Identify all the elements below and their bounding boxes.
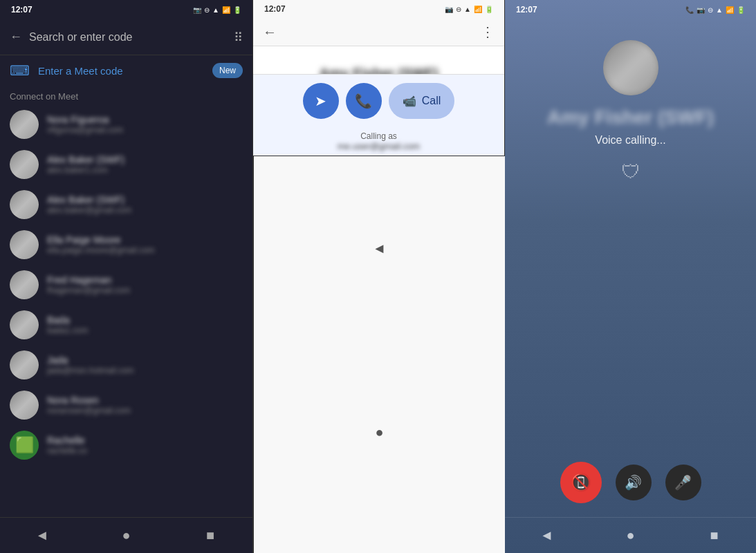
contact-name: Bada: [47, 315, 243, 326]
back-button[interactable]: ←: [263, 24, 277, 40]
home-nav-button-r[interactable]: ●: [617, 522, 645, 550]
wifi-icon-r: ▲: [716, 6, 723, 14]
wifi-icon: ▲: [212, 6, 219, 14]
contact-name: Alex Baker (SWF): [47, 154, 243, 165]
contact-email: nfiguroa@gmail.com: [47, 125, 243, 135]
contact-info: Fred Hageman fhageman@gmail.com: [47, 274, 243, 295]
circle-icon: ⊖: [204, 6, 210, 14]
chat-panel: 12:07 📷 ⊖ ▲ 📶 🔋 ← ⋮ Amy Fisher (SWF) amy…: [252, 0, 505, 553]
back-nav-button[interactable]: ◄: [28, 522, 56, 550]
chat-contact-name: Amy Fisher (SWF): [319, 66, 438, 74]
list-item[interactable]: Nora Rosen norarosen@gmail.com: [0, 385, 252, 425]
camera-icon: 📷: [193, 6, 201, 14]
contact-name: Ella Paige Moore: [47, 234, 243, 245]
avatar: [10, 350, 39, 379]
wifi-icon-m: ▲: [464, 6, 471, 13]
phone-call-icon: 📞: [685, 6, 694, 14]
contact-info: Alex Baker (SWF) alex.baker@gmail.com: [47, 194, 243, 215]
bottom-nav-right: ◄ ● ■: [505, 517, 756, 553]
contact-name: Alex Baker (SWF): [47, 194, 243, 205]
list-item[interactable]: Bada bada1.com: [0, 305, 252, 345]
signal-icon-r: 📶: [726, 6, 734, 14]
time-right: 12:07: [516, 5, 537, 15]
meet-code-row[interactable]: ⌨ Enter a Meet code New: [0, 55, 252, 86]
time-middle: 12:07: [264, 4, 286, 14]
status-bar-middle: 12:07 📷 ⊖ ▲ 📶 🔋: [253, 0, 504, 18]
circle-icon-r: ⊖: [708, 6, 713, 14]
contact-info: Nora Rosen norarosen@gmail.com: [47, 395, 243, 415]
contact-email: ella.paige.moore@gmail.com: [47, 245, 243, 255]
contact-list: Nora Figueroa nfiguroa@gmail.com Alex Ba…: [0, 104, 252, 517]
voice-message-button[interactable]: 📞: [346, 83, 382, 119]
call-contact-avatar: [603, 40, 658, 95]
calling-as-name: me.user@gmail.com: [257, 141, 500, 151]
contact-email: alex.baker@gmail.com: [47, 205, 243, 215]
avatar: [10, 150, 39, 179]
meet-code-label: Enter a Meet code: [38, 65, 212, 77]
recents-nav-button[interactable]: ■: [196, 522, 224, 550]
list-item[interactable]: Nora Figueroa nfiguroa@gmail.com: [0, 104, 252, 144]
contact-email: alex.baker1.com: [47, 165, 243, 175]
mute-button[interactable]: 🎤: [665, 465, 701, 500]
more-options-icon[interactable]: ⋮: [481, 24, 495, 40]
back-nav-button-m[interactable]: ◄: [366, 234, 394, 262]
list-item[interactable]: Fred Hageman fhageman@gmail.com: [0, 265, 252, 305]
status-bar-left: 12:07 📷 ⊖ ▲ 📶 🔋: [0, 0, 252, 19]
camera-icon-m: 📷: [445, 6, 453, 13]
call-button[interactable]: 📹 Call: [389, 83, 455, 119]
call-label: Call: [422, 95, 441, 107]
contact-name: Rachelle: [47, 435, 243, 446]
back-nav-button-r[interactable]: ◄: [533, 522, 561, 550]
status-icons-left: 📷 ⊖ ▲ 📶 🔋: [193, 6, 241, 14]
call-content: Amy Fisher (SWF) Voice calling... 🛡: [505, 19, 756, 448]
contacts-panel: 12:07 📷 ⊖ ▲ 📶 🔋 ← Search or enter code ⠿…: [0, 0, 252, 553]
back-icon[interactable]: ←: [10, 30, 22, 44]
search-bar[interactable]: ← Search or enter code ⠿: [0, 19, 252, 55]
contact-email: bada1.com: [47, 326, 243, 335]
speaker-button[interactable]: 🔊: [616, 465, 652, 500]
contact-name: Nora Figueroa: [47, 114, 243, 125]
signal-icon: 📶: [222, 6, 230, 14]
contact-info: Nora Figueroa nfiguroa@gmail.com: [47, 114, 243, 135]
list-item[interactable]: Ella Paige Moore ella.paige.moore@gmail.…: [0, 225, 252, 265]
contact-info: Rachelle rachelle.co: [47, 435, 243, 456]
list-item[interactable]: Jada jada@msn.hotmail.com: [0, 345, 252, 385]
battery-icon-m: 🔋: [485, 6, 493, 13]
send-message-button[interactable]: ➤: [303, 83, 339, 119]
circle-icon-m: ⊖: [456, 6, 461, 13]
avatar: [10, 270, 39, 299]
contact-name: Nora Rosen: [47, 395, 243, 406]
list-item[interactable]: Alex Baker (SWF) alex.baker@gmail.com: [0, 185, 252, 225]
home-nav-button[interactable]: ●: [112, 522, 140, 550]
contact-info: Jada jada@msn.hotmail.com: [47, 355, 243, 375]
chat-body: Amy Fisher (SWF) amy.fisher@gmail.com 👋 …: [253, 46, 504, 74]
contact-email: jada@msn.hotmail.com: [47, 366, 243, 375]
avatar: [10, 391, 39, 420]
voice-calling-status: Voice calling...: [595, 134, 665, 147]
status-icons-right: 📞 📷 ⊖ ▲ 📶 🔋: [685, 6, 745, 14]
list-item[interactable]: Alex Baker (SWF) alex.baker1.com: [0, 144, 252, 185]
recents-nav-button-r[interactable]: ■: [701, 522, 728, 550]
call-controls: 📵 🔊 🎤: [505, 448, 756, 517]
bottom-nav-left: ◄ ● ■: [0, 517, 252, 553]
avatar: [10, 190, 39, 219]
chat-actions: ➤ 📞 📹 Call: [253, 74, 504, 127]
call-contact-name: Amy Fisher (SWF): [547, 106, 714, 129]
new-badge: New: [212, 63, 243, 78]
contact-email: norarosen@gmail.com: [47, 406, 243, 415]
contact-name: Jada: [47, 355, 243, 366]
contact-info: Ella Paige Moore ella.paige.moore@gmail.…: [47, 234, 243, 255]
status-icons-middle: 📷 ⊖ ▲ 📶 🔋: [445, 6, 493, 13]
grid-icon[interactable]: ⠿: [234, 30, 243, 45]
list-item[interactable]: 🟩 Rachelle rachelle.co: [0, 425, 252, 465]
contact-name: Fred Hageman: [47, 274, 243, 285]
status-bar-right: 12:07 📞 📷 ⊖ ▲ 📶 🔋: [505, 0, 756, 19]
search-text: Search or enter code: [29, 31, 234, 44]
keyboard-icon: ⌨: [10, 62, 30, 79]
section-label: Connect on Meet: [0, 86, 252, 104]
video-call-icon: 📹: [403, 95, 416, 108]
end-call-button[interactable]: 📵: [560, 462, 602, 503]
voice-call-panel: 12:07 📞 📷 ⊖ ▲ 📶 🔋 Amy Fisher (SWF) Voice…: [505, 0, 756, 553]
home-nav-button-m[interactable]: ●: [366, 418, 394, 446]
camera-icon-r: 📷: [697, 6, 705, 14]
